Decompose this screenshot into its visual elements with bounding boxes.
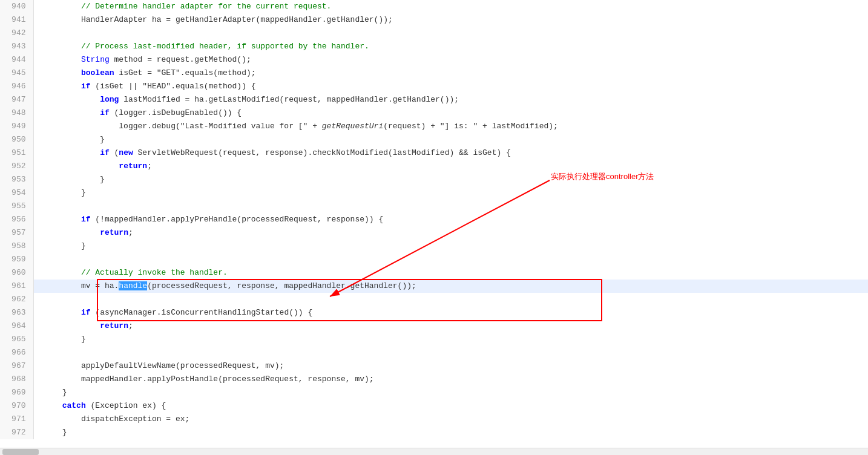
- code-line: dispatchException = ex;: [33, 413, 868, 426]
- code-line: applyDefaultViewName(processedRequest, m…: [33, 359, 868, 373]
- line-number: 951: [0, 146, 33, 160]
- code-line: }: [33, 240, 868, 253]
- code-line: // Process last-modified header, if supp…: [33, 40, 868, 53]
- code-line: return;: [33, 160, 868, 173]
- code-row: 971 dispatchException = ex;: [0, 413, 868, 426]
- code-line: }: [33, 133, 868, 146]
- line-number: 969: [0, 386, 33, 399]
- line-number: 955: [0, 200, 33, 213]
- code-line: if (logger.isDebugEnabled()) {: [33, 106, 868, 120]
- code-line: String method = request.getMethod();: [33, 53, 868, 67]
- code-row: 957 return;: [0, 226, 868, 240]
- line-number: 970: [0, 399, 33, 413]
- line-number: 963: [0, 306, 33, 319]
- line-number: 948: [0, 106, 33, 120]
- line-number: 953: [0, 173, 33, 186]
- code-line: }: [33, 333, 868, 346]
- line-number: 941: [0, 13, 33, 27]
- code-row: 959: [0, 253, 868, 266]
- code-row: 966: [0, 346, 868, 359]
- code-row: 954 }: [0, 186, 868, 200]
- code-row: 955: [0, 200, 868, 213]
- line-number: 958: [0, 240, 33, 253]
- code-line: // Actually invoke the handler.: [33, 266, 868, 280]
- line-number: 965: [0, 333, 33, 346]
- code-line: [33, 293, 868, 306]
- code-row: 960 // Actually invoke the handler.: [0, 266, 868, 280]
- code-row: 946 if (isGet || "HEAD".equals(method)) …: [0, 80, 868, 93]
- line-number: 943: [0, 40, 33, 53]
- line-number: 962: [0, 293, 33, 306]
- code-line: return;: [33, 226, 868, 240]
- code-line: [33, 200, 868, 213]
- code-row: 945 boolean isGet = "GET".equals(method)…: [0, 67, 868, 80]
- line-number: 946: [0, 80, 33, 93]
- line-number: 968: [0, 373, 33, 386]
- code-row: 940 // Determine handler adapter for the…: [0, 0, 868, 13]
- code-line: if (isGet || "HEAD".equals(method)) {: [33, 80, 868, 93]
- code-row: 967 applyDefaultViewName(processedReques…: [0, 359, 868, 373]
- horizontal-scrollbar[interactable]: [0, 448, 868, 455]
- code-line: boolean isGet = "GET".equals(method);: [33, 67, 868, 80]
- code-row: 972 }: [0, 426, 868, 439]
- code-row: 948 if (logger.isDebugEnabled()) {: [0, 106, 868, 120]
- code-row: 963 if (asyncManager.isConcurrentHandlin…: [0, 306, 868, 319]
- line-number: 947: [0, 93, 33, 106]
- code-row: 958 }: [0, 240, 868, 253]
- line-number: 944: [0, 53, 33, 67]
- code-row: 970 catch (Exception ex) {: [0, 399, 868, 413]
- line-number: 966: [0, 346, 33, 359]
- code-row: 962: [0, 293, 868, 306]
- code-row: 942: [0, 27, 868, 40]
- code-line: HandlerAdapter ha = getHandlerAdapter(ma…: [33, 13, 868, 27]
- code-row: 961 mv = ha.handle(processedRequest, res…: [0, 280, 868, 293]
- code-line: }: [33, 386, 868, 399]
- line-number: 967: [0, 359, 33, 373]
- code-line: return;: [33, 319, 868, 333]
- code-row: 943 // Process last-modified header, if …: [0, 40, 868, 53]
- code-row: 944 String method = request.getMethod();: [0, 53, 868, 67]
- line-number: 952: [0, 160, 33, 173]
- code-row: 951 if (new ServletWebRequest(request, r…: [0, 146, 868, 160]
- code-line: // Determine handler adapter for the cur…: [33, 0, 868, 13]
- line-number: 950: [0, 133, 33, 146]
- code-row: 947 long lastModified = ha.getLastModifi…: [0, 93, 868, 106]
- line-number: 959: [0, 253, 33, 266]
- code-line: if (asyncManager.isConcurrentHandlingSta…: [33, 306, 868, 319]
- line-number: 964: [0, 319, 33, 333]
- code-row: 953 }: [0, 173, 868, 186]
- code-line: logger.debug("Last-Modified value for ["…: [33, 120, 868, 133]
- code-row: 941 HandlerAdapter ha = getHandlerAdapte…: [0, 13, 868, 27]
- code-line: long lastModified = ha.getLastModified(r…: [33, 93, 868, 106]
- line-number: 945: [0, 67, 33, 80]
- code-line: }: [33, 173, 868, 186]
- code-row: 952 return;: [0, 160, 868, 173]
- code-line: mv = ha.handle(processedRequest, respons…: [33, 280, 868, 293]
- code-line: mappedHandler.applyPostHandle(processedR…: [33, 373, 868, 386]
- code-table: 940 // Determine handler adapter for the…: [0, 0, 868, 439]
- line-number: 942: [0, 27, 33, 40]
- line-number: 954: [0, 186, 33, 200]
- code-row: 949 logger.debug("Last-Modified value fo…: [0, 120, 868, 133]
- line-number: 940: [0, 0, 33, 13]
- line-number: 949: [0, 120, 33, 133]
- line-number: 956: [0, 213, 33, 226]
- code-line: if (!mappedHandler.applyPreHandle(proces…: [33, 213, 868, 226]
- code-row: 950 }: [0, 133, 868, 146]
- line-number: 960: [0, 266, 33, 280]
- code-line: }: [33, 426, 868, 439]
- code-line: [33, 253, 868, 266]
- code-row: 964 return;: [0, 319, 868, 333]
- code-line: if (new ServletWebRequest(request, respo…: [33, 146, 868, 160]
- code-row: 956 if (!mappedHandler.applyPreHandle(pr…: [0, 213, 868, 226]
- line-number: 961: [0, 280, 33, 293]
- line-number: 971: [0, 413, 33, 426]
- code-line: [33, 346, 868, 359]
- code-line: catch (Exception ex) {: [33, 399, 868, 413]
- line-number: 972: [0, 426, 33, 439]
- code-row: 968 mappedHandler.applyPostHandle(proces…: [0, 373, 868, 386]
- line-number: 957: [0, 226, 33, 240]
- code-line: }: [33, 186, 868, 200]
- code-container: 940 // Determine handler adapter for the…: [0, 0, 868, 455]
- code-line: [33, 27, 868, 40]
